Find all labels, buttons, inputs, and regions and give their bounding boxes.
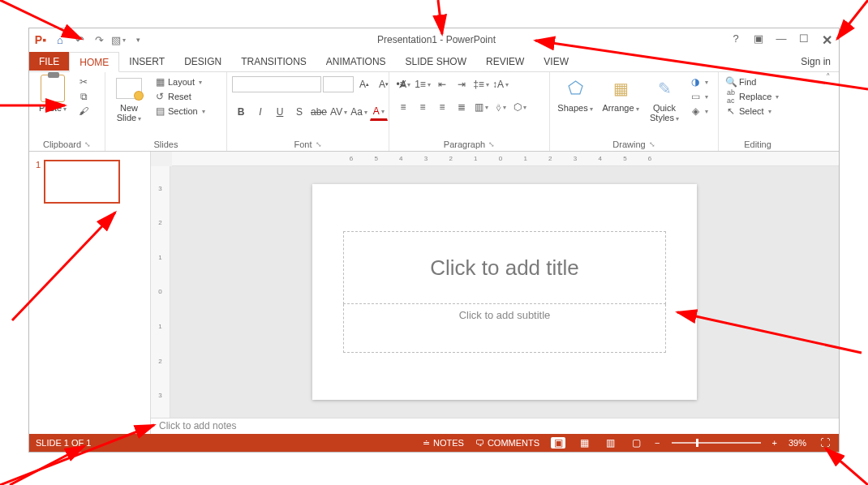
tab-review[interactable]: REVIEW	[476, 52, 534, 71]
paragraph-launcher-icon[interactable]: ⤡	[488, 140, 495, 148]
arrange-button[interactable]: ▦ Arrange	[600, 75, 641, 114]
close-icon[interactable]: ✕	[819, 32, 834, 48]
section-button[interactable]: ▤Section	[153, 105, 207, 118]
align-left-button[interactable]: ≡	[394, 98, 412, 116]
sign-in-link[interactable]: Sign in	[793, 56, 839, 67]
zoom-in-button[interactable]: +	[772, 438, 777, 448]
slide-thumbnails-pane[interactable]: 1	[29, 152, 151, 434]
bold-button[interactable]: B	[232, 103, 250, 121]
increase-font-icon[interactable]: A▴	[355, 75, 373, 93]
new-slide-label: New Slide	[110, 103, 148, 123]
justify-button[interactable]: ≣	[453, 98, 471, 116]
svg-line-9	[826, 449, 868, 485]
font-launcher-icon[interactable]: ⤡	[316, 140, 322, 148]
tab-home[interactable]: HOME	[69, 52, 119, 72]
character-spacing-button[interactable]: AV	[329, 103, 348, 121]
help-icon[interactable]: ?	[728, 32, 743, 48]
replace-button[interactable]: abacReplace	[724, 90, 780, 103]
align-right-button[interactable]: ≡	[433, 98, 451, 116]
collapse-ribbon-icon[interactable]: ˄	[818, 72, 839, 151]
find-button[interactable]: 🔍Find	[724, 75, 780, 88]
new-slide-icon	[116, 78, 142, 99]
new-slide-button[interactable]: New Slide	[110, 75, 148, 123]
zoom-level[interactable]: 39%	[789, 438, 806, 448]
shape-outline-button[interactable]: ▭	[688, 90, 710, 103]
slide-thumbnail-1[interactable]: 1	[36, 160, 144, 204]
clipboard-launcher-icon[interactable]: ⤡	[84, 140, 91, 148]
group-label-editing: Editing	[744, 139, 771, 149]
font-color-button[interactable]: A	[370, 103, 388, 121]
align-center-button[interactable]: ≡	[414, 98, 432, 116]
quick-access-toolbar: P▪ ⌂ ↶ ↷ ▧ ▾	[34, 33, 144, 46]
font-size-input[interactable]	[323, 76, 354, 92]
bullets-button[interactable]: •≡	[394, 75, 412, 93]
tab-animations[interactable]: ANIMATIONS	[316, 52, 396, 71]
undo-icon[interactable]: ↶	[73, 33, 86, 46]
maximize-icon[interactable]: ☐	[797, 32, 811, 48]
start-from-beginning-icon[interactable]: ▧	[112, 33, 125, 46]
slide-sorter-view-icon[interactable]: ▦	[577, 437, 591, 449]
decrease-indent-button[interactable]: ⇤	[433, 75, 451, 93]
tab-design[interactable]: DESIGN	[174, 52, 231, 71]
select-button[interactable]: ↖Select	[724, 105, 780, 118]
numbering-button[interactable]: 1≡	[414, 75, 432, 93]
shape-fill-button[interactable]: ◑	[688, 75, 710, 88]
select-icon: ↖	[725, 105, 737, 117]
text-shadow-button[interactable]: S	[290, 103, 308, 121]
paste-button[interactable]: Paste	[34, 75, 71, 114]
tab-slideshow[interactable]: SLIDE SHOW	[396, 52, 476, 71]
effects-icon: ◈	[690, 105, 701, 117]
quick-styles-icon: ✎	[651, 75, 677, 101]
text-direction-button[interactable]: ↕A	[492, 75, 509, 93]
group-drawing: ⬠ Shapes ▦ Arrange ✎ Quick Styles ◑ ▭ ◈ …	[550, 72, 719, 151]
horizontal-ruler: 6 5 4 3 2 1 0 1 2 3 4 5 6	[172, 152, 839, 166]
notes-pane[interactable]: Click to add notes	[151, 418, 839, 434]
reset-button[interactable]: ↺Reset	[153, 90, 207, 103]
line-spacing-button[interactable]: ‡≡	[472, 75, 490, 93]
home-qat-icon[interactable]: ⌂	[54, 33, 67, 46]
subtitle-placeholder[interactable]: Click to add subtitle	[343, 304, 666, 353]
quick-styles-button[interactable]: ✎ Quick Styles	[646, 75, 683, 123]
zoom-slider[interactable]	[672, 440, 761, 446]
tab-insert[interactable]: INSERT	[119, 52, 174, 71]
ribbon-display-options-icon[interactable]: ▣	[751, 32, 766, 48]
strikethrough-button[interactable]: abe	[310, 103, 328, 121]
columns-button[interactable]: ▥	[472, 98, 490, 116]
layout-button[interactable]: ▦Layout	[153, 75, 207, 88]
qat-more-icon[interactable]: ▾	[131, 33, 144, 46]
comments-toggle[interactable]: 🗨COMMENTS	[475, 438, 539, 448]
group-label-slides: Slides	[154, 139, 178, 149]
group-clipboard: Paste ✂ ⧉ 🖌 Clipboard⤡	[29, 72, 105, 151]
tab-view[interactable]: VIEW	[534, 52, 578, 71]
smartart-button[interactable]: ⬡	[511, 98, 529, 116]
increase-indent-button[interactable]: ⇥	[453, 75, 471, 93]
underline-button[interactable]: U	[271, 103, 289, 121]
thumb-number: 1	[36, 160, 41, 204]
tab-file[interactable]: FILE	[29, 52, 69, 71]
fit-to-window-icon[interactable]: ⛶	[818, 437, 832, 449]
italic-button[interactable]: I	[251, 103, 269, 121]
change-case-button[interactable]: Aa	[350, 103, 368, 121]
group-label-paragraph: Paragraph	[444, 139, 485, 149]
notes-toggle[interactable]: ≐NOTES	[423, 438, 464, 449]
drawing-launcher-icon[interactable]: ⤡	[649, 140, 655, 148]
title-placeholder[interactable]: Click to add title	[343, 231, 666, 304]
normal-view-icon[interactable]: ▣	[551, 437, 565, 449]
shape-effects-button[interactable]: ◈	[688, 105, 710, 118]
slide-canvas[interactable]: Click to add title Click to add subtitle	[170, 166, 839, 418]
group-slides: New Slide ▦Layout ↺Reset ▤Section Slides	[105, 72, 227, 151]
font-name-input[interactable]	[232, 76, 321, 92]
powerpoint-icon: P▪	[34, 33, 47, 46]
shapes-button[interactable]: ⬠ Shapes	[555, 75, 595, 114]
slideshow-view-icon[interactable]: ▢	[629, 437, 643, 449]
minimize-icon[interactable]: —	[774, 32, 789, 48]
format-painter-button[interactable]: 🖌	[76, 105, 91, 118]
cut-button[interactable]: ✂	[76, 75, 91, 88]
ribbon: Paste ✂ ⧉ 🖌 Clipboard⤡ New Slide ▦Layout…	[29, 72, 839, 152]
redo-icon[interactable]: ↷	[92, 33, 105, 46]
align-text-button[interactable]: ⎀	[492, 98, 509, 116]
reading-view-icon[interactable]: ▥	[603, 437, 617, 449]
zoom-out-button[interactable]: −	[655, 438, 660, 448]
copy-button[interactable]: ⧉	[76, 90, 91, 103]
tab-transitions[interactable]: TRANSITIONS	[231, 52, 316, 71]
